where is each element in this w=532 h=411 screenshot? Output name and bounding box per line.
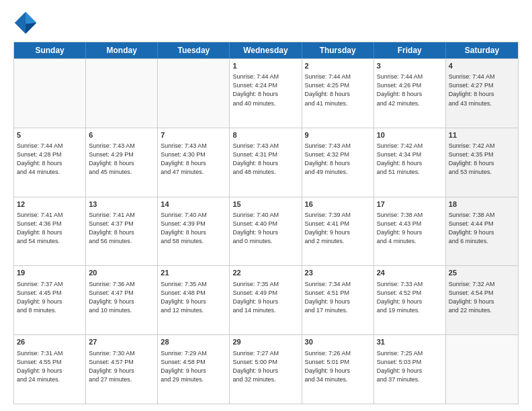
day-cell-23: 23Sunrise: 7:34 AM Sunset: 4:51 PM Dayli… [302, 266, 374, 334]
day-number: 29 [232, 337, 298, 347]
day-cell-27: 27Sunrise: 7:30 AM Sunset: 4:57 PM Dayli… [86, 335, 158, 404]
day-cell-7: 7Sunrise: 7:43 AM Sunset: 4:30 PM Daylig… [158, 128, 230, 197]
day-number: 16 [305, 199, 371, 210]
day-cell-2: 2Sunrise: 7:44 AM Sunset: 4:25 PM Daylig… [302, 59, 374, 128]
day-cell-6: 6Sunrise: 7:43 AM Sunset: 4:29 PM Daylig… [86, 128, 158, 197]
cell-info: Sunrise: 7:33 AM Sunset: 4:52 PM Dayligh… [377, 280, 443, 315]
day-cell-16: 16Sunrise: 7:39 AM Sunset: 4:41 PM Dayli… [302, 197, 374, 266]
day-cell-10: 10Sunrise: 7:42 AM Sunset: 4:34 PM Dayli… [374, 128, 446, 197]
cell-info: Sunrise: 7:26 AM Sunset: 5:01 PM Dayligh… [305, 349, 371, 384]
cell-info: Sunrise: 7:44 AM Sunset: 4:27 PM Dayligh… [449, 73, 515, 107]
day-number: 21 [161, 268, 226, 278]
day-number: 12 [17, 199, 83, 210]
cell-info: Sunrise: 7:37 AM Sunset: 4:45 PM Dayligh… [17, 280, 83, 315]
cell-info: Sunrise: 7:39 AM Sunset: 4:41 PM Dayligh… [305, 211, 371, 246]
day-number: 2 [305, 61, 371, 71]
day-cell-30: 30Sunrise: 7:26 AM Sunset: 5:01 PM Dayli… [302, 335, 374, 404]
day-number: 24 [377, 268, 443, 278]
day-number: 22 [232, 268, 298, 278]
day-number: 17 [377, 199, 443, 210]
calendar-row-1: 5Sunrise: 7:44 AM Sunset: 4:28 PM Daylig… [14, 128, 518, 197]
day-number: 3 [377, 61, 443, 71]
header-day-sunday: Sunday [14, 42, 86, 58]
day-number: 6 [89, 130, 154, 140]
day-cell-26: 26Sunrise: 7:31 AM Sunset: 4:55 PM Dayli… [14, 335, 86, 404]
day-cell-11: 11Sunrise: 7:42 AM Sunset: 4:35 PM Dayli… [446, 128, 518, 197]
day-number: 9 [305, 130, 371, 140]
day-number: 27 [89, 337, 154, 347]
empty-cell-4-6 [446, 335, 518, 404]
day-cell-8: 8Sunrise: 7:43 AM Sunset: 4:31 PM Daylig… [230, 128, 302, 197]
day-cell-22: 22Sunrise: 7:35 AM Sunset: 4:49 PM Dayli… [230, 266, 302, 334]
cell-info: Sunrise: 7:43 AM Sunset: 4:32 PM Dayligh… [305, 142, 371, 177]
header-day-friday: Friday [374, 42, 446, 58]
empty-cell-0-2 [158, 59, 230, 128]
day-number: 31 [377, 337, 443, 347]
day-number: 14 [161, 199, 226, 210]
day-cell-17: 17Sunrise: 7:38 AM Sunset: 4:43 PM Dayli… [374, 197, 446, 266]
header-day-monday: Monday [86, 42, 158, 58]
day-cell-3: 3Sunrise: 7:44 AM Sunset: 4:26 PM Daylig… [374, 59, 446, 128]
calendar-row-0: 1Sunrise: 7:44 AM Sunset: 4:24 PM Daylig… [14, 58, 518, 128]
logo-icon [13, 11, 38, 35]
cell-info: Sunrise: 7:41 AM Sunset: 4:36 PM Dayligh… [17, 211, 83, 246]
day-number: 18 [449, 199, 515, 210]
calendar-row-2: 12Sunrise: 7:41 AM Sunset: 4:36 PM Dayli… [14, 197, 518, 266]
day-number: 25 [449, 268, 515, 278]
day-number: 1 [232, 61, 298, 71]
cell-info: Sunrise: 7:35 AM Sunset: 4:48 PM Dayligh… [161, 280, 226, 315]
day-cell-24: 24Sunrise: 7:33 AM Sunset: 4:52 PM Dayli… [374, 266, 446, 334]
day-cell-21: 21Sunrise: 7:35 AM Sunset: 4:48 PM Dayli… [158, 266, 230, 334]
cell-info: Sunrise: 7:32 AM Sunset: 4:54 PM Dayligh… [449, 280, 515, 315]
day-number: 10 [377, 130, 443, 140]
cell-info: Sunrise: 7:38 AM Sunset: 4:43 PM Dayligh… [377, 211, 443, 246]
day-number: 13 [89, 199, 154, 210]
cell-info: Sunrise: 7:31 AM Sunset: 4:55 PM Dayligh… [17, 349, 83, 384]
calendar: SundayMondayTuesdayWednesdayThursdayFrid… [13, 42, 519, 404]
cell-info: Sunrise: 7:25 AM Sunset: 5:03 PM Dayligh… [377, 349, 443, 384]
day-cell-5: 5Sunrise: 7:44 AM Sunset: 4:28 PM Daylig… [14, 128, 86, 197]
day-number: 19 [17, 268, 83, 278]
calendar-row-4: 26Sunrise: 7:31 AM Sunset: 4:55 PM Dayli… [14, 334, 518, 404]
day-number: 5 [17, 130, 83, 140]
header-day-tuesday: Tuesday [158, 42, 230, 58]
day-number: 11 [449, 130, 515, 140]
day-number: 15 [232, 199, 298, 210]
day-number: 28 [161, 337, 226, 347]
day-number: 20 [89, 268, 154, 278]
day-cell-25: 25Sunrise: 7:32 AM Sunset: 4:54 PM Dayli… [446, 266, 518, 334]
page: SundayMondayTuesdayWednesdayThursdayFrid… [0, 0, 532, 411]
day-cell-14: 14Sunrise: 7:40 AM Sunset: 4:39 PM Dayli… [158, 197, 230, 266]
cell-info: Sunrise: 7:44 AM Sunset: 4:26 PM Dayligh… [377, 73, 443, 107]
day-cell-1: 1Sunrise: 7:44 AM Sunset: 4:24 PM Daylig… [230, 59, 302, 128]
cell-info: Sunrise: 7:44 AM Sunset: 4:25 PM Dayligh… [305, 73, 371, 107]
cell-info: Sunrise: 7:27 AM Sunset: 5:00 PM Dayligh… [232, 349, 298, 384]
day-cell-9: 9Sunrise: 7:43 AM Sunset: 4:32 PM Daylig… [302, 128, 374, 197]
calendar-row-3: 19Sunrise: 7:37 AM Sunset: 4:45 PM Dayli… [14, 265, 518, 334]
cell-info: Sunrise: 7:43 AM Sunset: 4:30 PM Dayligh… [161, 142, 226, 177]
day-cell-12: 12Sunrise: 7:41 AM Sunset: 4:36 PM Dayli… [14, 197, 86, 266]
day-cell-20: 20Sunrise: 7:36 AM Sunset: 4:47 PM Dayli… [86, 266, 158, 334]
header-day-wednesday: Wednesday [230, 42, 302, 58]
calendar-body: 1Sunrise: 7:44 AM Sunset: 4:24 PM Daylig… [14, 58, 518, 404]
day-number: 23 [305, 268, 371, 278]
cell-info: Sunrise: 7:41 AM Sunset: 4:37 PM Dayligh… [89, 211, 154, 246]
cell-info: Sunrise: 7:38 AM Sunset: 4:44 PM Dayligh… [449, 211, 515, 246]
svg-marker-1 [26, 12, 36, 24]
day-cell-4: 4Sunrise: 7:44 AM Sunset: 4:27 PM Daylig… [446, 59, 518, 128]
cell-info: Sunrise: 7:43 AM Sunset: 4:29 PM Dayligh… [89, 142, 154, 177]
day-number: 30 [305, 337, 371, 347]
header [13, 11, 519, 35]
header-day-saturday: Saturday [446, 42, 518, 58]
cell-info: Sunrise: 7:40 AM Sunset: 4:40 PM Dayligh… [232, 211, 298, 246]
cell-info: Sunrise: 7:42 AM Sunset: 4:35 PM Dayligh… [449, 142, 515, 177]
day-cell-28: 28Sunrise: 7:29 AM Sunset: 4:58 PM Dayli… [158, 335, 230, 404]
cell-info: Sunrise: 7:42 AM Sunset: 4:34 PM Dayligh… [377, 142, 443, 177]
cell-info: Sunrise: 7:35 AM Sunset: 4:49 PM Dayligh… [232, 280, 298, 315]
svg-marker-2 [26, 23, 36, 34]
day-cell-19: 19Sunrise: 7:37 AM Sunset: 4:45 PM Dayli… [14, 266, 86, 334]
day-number: 4 [449, 61, 515, 71]
cell-info: Sunrise: 7:43 AM Sunset: 4:31 PM Dayligh… [232, 142, 298, 177]
cell-info: Sunrise: 7:34 AM Sunset: 4:51 PM Dayligh… [305, 280, 371, 315]
cell-info: Sunrise: 7:44 AM Sunset: 4:24 PM Dayligh… [232, 73, 298, 107]
